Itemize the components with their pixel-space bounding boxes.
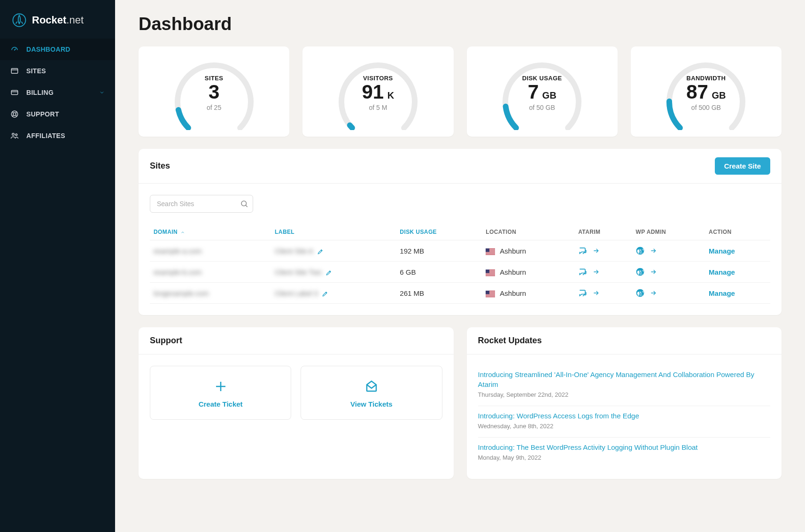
sites-table: DOMAIN LABEL DISK USAGE LOCATION ATARIM … — [150, 224, 770, 304]
gauge-sub: of 25 — [165, 104, 263, 111]
sidebar: Rocket.net DASHBOARDSITESBILLINGSUPPORTA… — [0, 0, 115, 532]
nav-item-dashboard[interactable]: DASHBOARD — [0, 39, 115, 60]
chevron-down-icon — [99, 90, 105, 95]
wp-admin-icon[interactable] — [635, 288, 645, 298]
card-icon — [10, 88, 19, 97]
wp-admin-open-icon[interactable] — [650, 268, 657, 276]
nav-label: DASHBOARD — [26, 46, 70, 53]
us-flag-icon — [486, 270, 495, 276]
cell-label: Client Label 3 — [275, 289, 318, 297]
nav-item-affiliates[interactable]: AFFILIATES — [0, 125, 115, 146]
page-title: Dashboard — [139, 14, 782, 34]
gauge-label: DISK USAGE — [493, 75, 591, 82]
gauge-sub: of 50 GB — [493, 104, 591, 111]
col-action: ACTION — [705, 224, 770, 240]
gauge-value: 3 — [165, 81, 263, 103]
atarim-chat-icon[interactable] — [578, 288, 588, 298]
stat-card-disk-usage: DISK USAGE 7 GB of 50 GB — [467, 46, 618, 137]
cell-label: Client Site Two — [275, 268, 322, 276]
atarim-chat-icon[interactable] — [578, 267, 588, 277]
cell-location: Ashburn — [482, 283, 574, 304]
cell-domain: example-a.com — [154, 247, 202, 255]
nav-item-billing[interactable]: BILLING — [0, 82, 115, 103]
gauge-icon — [10, 45, 19, 54]
edit-label-icon[interactable] — [317, 248, 324, 255]
us-flag-icon — [486, 248, 495, 255]
update-item: Introducing: The Best WordPress Activity… — [478, 438, 771, 469]
col-label[interactable]: LABEL — [271, 224, 396, 240]
col-wpadmin: WP ADMIN — [632, 224, 705, 240]
main-content: Dashboard SITES 3 of 25 VISITORS 91 K of… — [115, 0, 805, 532]
gauge-value: 91 K — [329, 81, 427, 103]
window-icon — [10, 67, 19, 75]
gauge-sub: of 500 GB — [657, 104, 755, 111]
nav-label: AFFILIATES — [26, 132, 65, 139]
col-location: LOCATION — [482, 224, 574, 240]
table-row: example-a.com Client Site A 192 MB Ashbu… — [150, 240, 770, 262]
wp-admin-icon[interactable] — [635, 267, 645, 277]
update-link[interactable]: Introducing: The Best WordPress Activity… — [478, 442, 771, 452]
updates-panel-title: Rocket Updates — [478, 336, 542, 346]
manage-link[interactable]: Manage — [709, 289, 735, 297]
gauge-value: 7 GB — [493, 81, 591, 103]
manage-link[interactable]: Manage — [709, 247, 735, 255]
create-ticket-card[interactable]: Create Ticket — [150, 366, 291, 420]
manage-link[interactable]: Manage — [709, 268, 735, 276]
gauge-value: 87 GB — [657, 81, 755, 103]
rocket-logo-icon — [12, 13, 26, 27]
atarim-chat-icon[interactable] — [578, 246, 588, 255]
table-row: longexample.com Client Label 3 261 MB As… — [150, 283, 770, 304]
envelope-icon — [364, 379, 379, 393]
cell-disk: 261 MB — [396, 283, 482, 304]
gauge-sub: of 5 M — [329, 104, 427, 111]
atarim-open-icon[interactable] — [592, 289, 600, 297]
view-tickets-card[interactable]: View Tickets — [301, 366, 442, 420]
update-link[interactable]: Introducing Streamlined 'All-In-One' Age… — [478, 370, 771, 389]
create-site-button[interactable]: Create Site — [715, 157, 770, 175]
update-link[interactable]: Introducing: WordPress Access Logs from … — [478, 411, 771, 421]
update-date: Wednesday, June 8th, 2022 — [478, 423, 771, 430]
col-disk[interactable]: DISK USAGE — [396, 224, 482, 240]
edit-label-icon[interactable] — [325, 270, 332, 276]
people-icon — [10, 131, 19, 140]
update-item: Introducing Streamlined 'All-In-One' Age… — [478, 365, 771, 406]
wp-admin-icon[interactable] — [635, 246, 645, 255]
edit-label-icon[interactable] — [322, 291, 328, 297]
cell-disk: 192 MB — [396, 240, 482, 262]
search-sites-input[interactable] — [150, 195, 253, 213]
cell-location: Ashburn — [482, 240, 574, 262]
view-tickets-label: View Tickets — [306, 400, 437, 408]
us-flag-icon — [486, 291, 495, 297]
stat-card-sites: SITES 3 of 25 — [139, 46, 289, 137]
nav-item-support[interactable]: SUPPORT — [0, 103, 115, 125]
atarim-open-icon[interactable] — [592, 268, 600, 276]
create-ticket-label: Create Ticket — [155, 400, 286, 408]
search-icon — [240, 200, 248, 208]
sites-panel: Sites Create Site DOMAIN LABEL DISK USAG… — [139, 149, 782, 315]
col-domain[interactable]: DOMAIN — [150, 224, 271, 240]
col-atarim: ATARIM — [574, 224, 632, 240]
update-date: Monday, May 9th, 2022 — [478, 454, 771, 461]
update-item: Introducing: WordPress Access Logs from … — [478, 406, 771, 438]
sites-panel-title: Sites — [150, 161, 170, 171]
stat-card-visitors: VISITORS 91 K of 5 M — [302, 46, 453, 137]
nav-label: SUPPORT — [26, 110, 59, 118]
nav-label: BILLING — [26, 89, 54, 96]
update-date: Thursday, September 22nd, 2022 — [478, 391, 771, 398]
support-panel: Support Create Ticket View Tickets — [139, 327, 454, 479]
support-panel-title: Support — [150, 336, 182, 346]
wp-admin-open-icon[interactable] — [650, 247, 657, 254]
cell-domain: example-b.com — [154, 268, 202, 276]
stats-row: SITES 3 of 25 VISITORS 91 K of 5 M DISK … — [139, 46, 782, 137]
plus-icon — [214, 379, 228, 393]
atarim-open-icon[interactable] — [592, 247, 600, 254]
wp-admin-open-icon[interactable] — [650, 289, 657, 297]
brand-logo[interactable]: Rocket.net — [0, 9, 115, 39]
table-row: example-b.com Client Site Two 6 GB Ashbu… — [150, 262, 770, 283]
stat-card-bandwidth: BANDWIDTH 87 GB of 500 GB — [631, 46, 782, 137]
nav-item-sites[interactable]: SITES — [0, 60, 115, 82]
cell-label: Client Site A — [275, 247, 313, 255]
lifebuoy-icon — [10, 110, 19, 118]
cell-location: Ashburn — [482, 262, 574, 283]
cell-disk: 6 GB — [396, 262, 482, 283]
